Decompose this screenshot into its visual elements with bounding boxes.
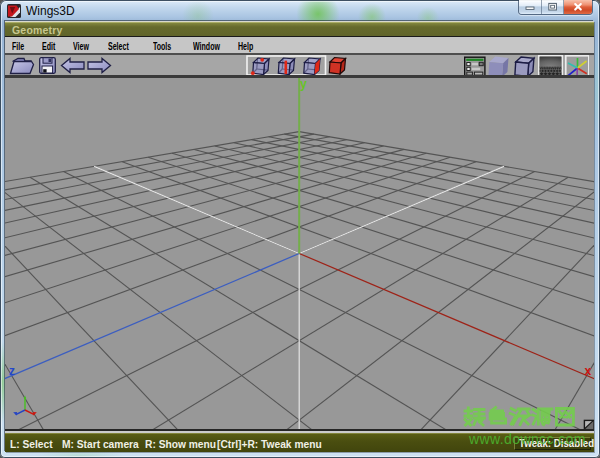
svg-text:y: y <box>300 78 307 91</box>
svg-text:x: x <box>585 364 592 378</box>
svg-text:z: z <box>9 364 15 378</box>
